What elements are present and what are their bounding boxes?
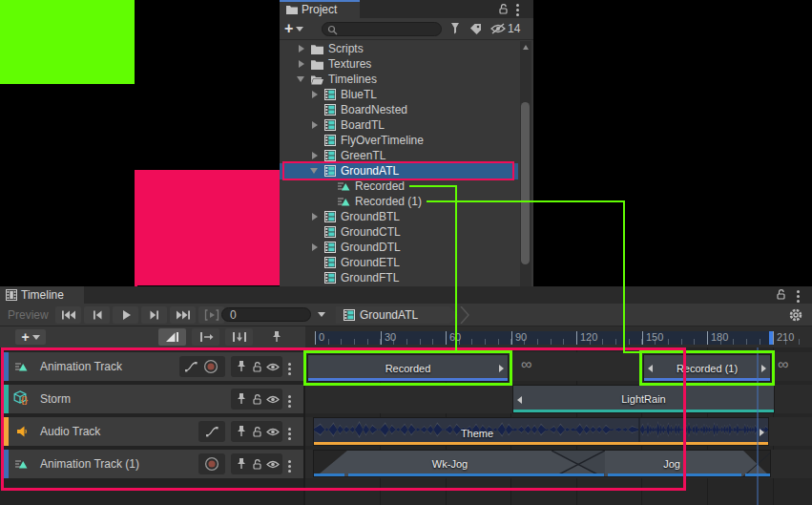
foldout-arrow-icon[interactable] — [312, 213, 318, 221]
project-toolbar: + 14 — [280, 18, 533, 40]
timeline-asset-icon — [324, 257, 336, 268]
ruler-tick — [511, 331, 512, 345]
tree-item-label: GroundATL — [341, 164, 399, 178]
tree-item-label: BlueTL — [341, 88, 377, 101]
replace-mode-button[interactable] — [225, 328, 253, 346]
tree-row-groundftl[interactable]: GroundFTL — [280, 270, 518, 285]
tab-timeline-label: Timeline — [21, 288, 64, 302]
search-icon — [327, 25, 338, 35]
foldout-arrow-icon[interactable] — [310, 168, 318, 174]
timeline-asset-icon — [324, 165, 336, 177]
tree-row-groundetl[interactable]: GroundETL — [280, 255, 518, 270]
goto-end-button[interactable] — [170, 306, 196, 324]
tree-row-boardtl[interactable]: BoardTL — [280, 117, 518, 133]
goto-start-icon — [61, 310, 76, 320]
timeline-asset-icon — [324, 242, 336, 253]
ruler-tick — [773, 331, 774, 345]
foldout-arrow-icon[interactable] — [312, 152, 318, 159]
frame-field-caret-icon[interactable] — [318, 312, 325, 317]
kebab-menu-icon[interactable] — [516, 2, 519, 18]
mix-mode-button[interactable] — [158, 328, 186, 346]
tree-row-textures[interactable]: Textures — [280, 56, 518, 72]
foldout-arrow-icon[interactable] — [297, 76, 304, 82]
tree-row-grounddtl[interactable]: GroundDTL — [280, 240, 518, 255]
hidden-count-eye-icon[interactable] — [490, 23, 506, 34]
scrollbar-thumb[interactable] — [521, 102, 530, 264]
previous-frame-button[interactable] — [84, 306, 110, 324]
search-by-type-icon[interactable] — [448, 22, 462, 35]
add-track-button[interactable]: + — [15, 329, 46, 345]
ruler-tick — [446, 331, 447, 345]
create-asset-button[interactable]: + — [284, 20, 313, 37]
ruler-label: 0 — [319, 330, 324, 344]
annotation-line-recorded1 — [623, 200, 625, 353]
tree-item-label: GroundDTL — [341, 241, 401, 254]
gear-icon[interactable] — [788, 307, 803, 323]
search-by-label-icon[interactable] — [469, 23, 482, 35]
tree-item-label: GroundETL — [341, 256, 400, 269]
foldout-arrow-icon[interactable] — [312, 243, 318, 251]
foldout-arrow-icon[interactable] — [312, 121, 318, 129]
active-tab-accent — [280, 0, 360, 2]
play-button[interactable] — [113, 306, 138, 324]
frame-field[interactable]: 0 — [221, 307, 311, 322]
ruler-label: 90 — [515, 330, 527, 344]
foldout-arrow-icon[interactable] — [299, 60, 304, 68]
tree-item-label: Recorded (1) — [355, 195, 422, 208]
hidden-count: 14 — [508, 22, 520, 35]
timeline-end-marker[interactable] — [769, 331, 773, 345]
tab-timeline[interactable]: Timeline — [0, 286, 84, 304]
annotation-magenta-block — [135, 170, 280, 285]
foldout-arrow-icon[interactable] — [312, 91, 318, 98]
goto-start-button[interactable] — [55, 306, 81, 324]
tree-item-label: BoardNested — [341, 103, 407, 116]
foldout-arrow-icon[interactable] — [299, 45, 304, 53]
scroll-up-icon[interactable] — [523, 45, 529, 50]
timeline-asset-icon — [324, 89, 336, 100]
annotation-green-block — [0, 0, 135, 84]
breadcrumb[interactable]: GroundATL — [336, 306, 458, 324]
tree-item-label: GreenTL — [341, 149, 385, 162]
plus-icon: + — [284, 21, 293, 36]
mix-mode-icon — [165, 331, 179, 343]
tree-row-flyovertimeline[interactable]: FlyOverTimeline — [280, 133, 518, 148]
screenshot-stage: Project + 14 Scripts — [0, 0, 812, 505]
next-frame-button[interactable] — [141, 306, 167, 324]
filmstrip-icon — [6, 289, 17, 301]
tree-row-recorded[interactable]: Recorded — [280, 179, 518, 194]
annotation-line-recorded1 — [427, 200, 625, 202]
tree-row-timelines[interactable]: Timelines — [280, 72, 518, 87]
tree-row-groundctl[interactable]: GroundCTL — [280, 224, 518, 240]
annotation-line-recorded1 — [623, 351, 642, 353]
tree-item-label: Recorded — [355, 179, 405, 193]
folder-icon — [286, 5, 298, 14]
preview-toggle[interactable]: Preview — [8, 308, 49, 322]
ruler-label: 210 — [777, 330, 794, 344]
tree-row-boardnested[interactable]: BoardNested — [280, 102, 518, 117]
tree-item-label: BoardTL — [341, 118, 385, 132]
marker-pin-icon[interactable] — [271, 330, 282, 344]
project-tabbar: Project — [280, 0, 533, 18]
search-input[interactable] — [322, 22, 442, 36]
annotation-box-tracks — [1, 347, 686, 491]
tree-row-groundbtl[interactable]: GroundBTL — [280, 209, 518, 224]
timeline-asset-icon — [324, 150, 336, 161]
lock-open-icon[interactable] — [497, 3, 510, 15]
project-scrollbar[interactable] — [520, 41, 531, 286]
tree-row-scripts[interactable]: Scripts — [280, 41, 518, 56]
play-range-button[interactable] — [198, 306, 224, 324]
kebab-menu-icon[interactable] — [797, 288, 800, 305]
tree-row-bluetl[interactable]: BlueTL — [280, 87, 518, 102]
tree-row-groundatl[interactable]: GroundATL — [280, 163, 518, 179]
tree-item-label: FlyOverTimeline — [341, 134, 424, 147]
lock-open-icon[interactable] — [775, 288, 787, 301]
ripple-mode-button[interactable] — [192, 328, 219, 346]
ripple-mode-icon — [198, 331, 214, 343]
time-ruler[interactable]: 0 30 60 90 120 150 180 210 — [305, 326, 812, 347]
play-icon — [120, 309, 132, 321]
tree-item-label: Scripts — [328, 42, 364, 55]
tab-project[interactable]: Project — [280, 0, 360, 18]
timeline-asset-icon — [324, 226, 336, 238]
folder-open-icon — [311, 74, 323, 85]
breadcrumb-chevron-icon — [460, 306, 469, 324]
